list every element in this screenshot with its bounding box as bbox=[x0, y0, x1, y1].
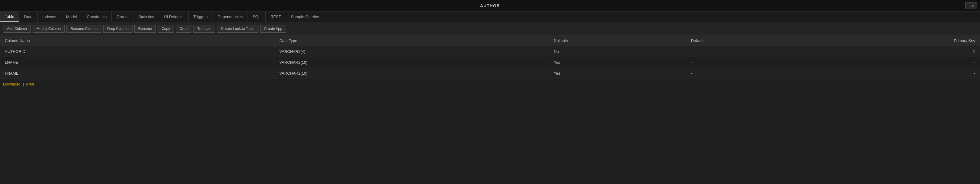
col-header-column-name: Column Name bbox=[0, 35, 274, 46]
footer: Download | Print bbox=[0, 79, 980, 90]
toolbar-btn-rename[interactable]: Rename bbox=[134, 25, 156, 33]
tab-rest[interactable]: REST bbox=[266, 11, 286, 22]
cell-2-primary-key: - bbox=[843, 68, 980, 79]
tab-constraints[interactable]: Constraints bbox=[82, 11, 112, 22]
toolbar-btn-create-lookup-table[interactable]: Create Lookup Table bbox=[217, 25, 258, 33]
cell-2-nullable: Yes bbox=[549, 68, 686, 79]
cell-1-default: - bbox=[686, 57, 843, 68]
table-row: FNAMEVARCHAR2(10)Yes-- bbox=[0, 68, 980, 79]
col-header-primary-key: Primary Key bbox=[843, 35, 980, 46]
toolbar-btn-add-column[interactable]: Add Column bbox=[3, 25, 31, 33]
tab-model[interactable]: Model bbox=[61, 11, 82, 22]
tab-navigation: TableDataIndexesModelConstraintsGrantsSt… bbox=[0, 11, 980, 22]
tab-data[interactable]: Data bbox=[19, 11, 37, 22]
tab-sample-queries[interactable]: Sample Queries bbox=[286, 11, 324, 22]
footer-separator: | bbox=[23, 82, 24, 86]
cell-0-default: - bbox=[686, 46, 843, 57]
col-header-nullable: Nullable bbox=[549, 35, 686, 46]
cell-1-column-name: LNAME bbox=[0, 57, 274, 68]
table-header-row: Column NameData TypeNullableDefaultPrima… bbox=[0, 35, 980, 46]
cell-0-column-name: AUTHORID bbox=[0, 46, 274, 57]
tab-sql[interactable]: SQL bbox=[248, 11, 266, 22]
toolbar-btn-truncate[interactable]: Truncate bbox=[193, 25, 215, 33]
cell-0-data-type: VARCHAR2(4) bbox=[274, 46, 549, 57]
columns-table: Column NameData TypeNullableDefaultPrima… bbox=[0, 35, 980, 79]
toolbar-btn-modify-column[interactable]: Modify Column bbox=[33, 25, 65, 33]
toolbar-btn-rename-column[interactable]: Rename Column bbox=[67, 25, 102, 33]
table-header: Column NameData TypeNullableDefaultPrima… bbox=[0, 35, 980, 46]
download-link[interactable]: Download bbox=[3, 82, 21, 86]
add-button[interactable]: + ∨ bbox=[965, 2, 977, 9]
toolbar: Add ColumnModify ColumnRename ColumnDrop… bbox=[0, 22, 980, 35]
toolbar-btn-drop-column[interactable]: Drop Column bbox=[103, 25, 132, 33]
header-title: AUTHOR bbox=[480, 3, 500, 8]
cell-2-default: - bbox=[686, 68, 843, 79]
table-body: AUTHORIDVARCHAR2(4)No-1LNAMEVARCHAR2(10)… bbox=[0, 46, 980, 79]
tab-triggers[interactable]: Triggers bbox=[189, 11, 213, 22]
col-header-data-type: Data Type bbox=[274, 35, 549, 46]
tab-statistics[interactable]: Statistics bbox=[134, 11, 159, 22]
tab-dependencies[interactable]: Dependencies bbox=[213, 11, 248, 22]
cell-1-nullable: Yes bbox=[549, 57, 686, 68]
tab-ui-defaults[interactable]: UI Defaults bbox=[159, 11, 188, 22]
toolbar-btn-drop[interactable]: Drop bbox=[176, 25, 191, 33]
tab-indexes[interactable]: Indexes bbox=[38, 11, 62, 22]
table-row: LNAMEVARCHAR2(10)Yes-- bbox=[0, 57, 980, 68]
col-header-default: Default bbox=[686, 35, 843, 46]
cell-2-column-name: FNAME bbox=[0, 68, 274, 79]
header-bar: AUTHOR + ∨ bbox=[0, 0, 980, 11]
tab-grants[interactable]: Grants bbox=[112, 11, 134, 22]
cell-0-nullable: No bbox=[549, 46, 686, 57]
table-row: AUTHORIDVARCHAR2(4)No-1 bbox=[0, 46, 980, 57]
cell-1-primary-key: - bbox=[843, 57, 980, 68]
toolbar-btn-create-app[interactable]: Create App bbox=[260, 25, 286, 33]
tab-table[interactable]: Table bbox=[0, 11, 19, 22]
print-link[interactable]: Print bbox=[26, 82, 34, 86]
toolbar-btn-copy[interactable]: Copy bbox=[158, 25, 174, 33]
cell-2-data-type: VARCHAR2(10) bbox=[274, 68, 549, 79]
cell-0-primary-key: 1 bbox=[843, 46, 980, 57]
cell-1-data-type: VARCHAR2(10) bbox=[274, 57, 549, 68]
